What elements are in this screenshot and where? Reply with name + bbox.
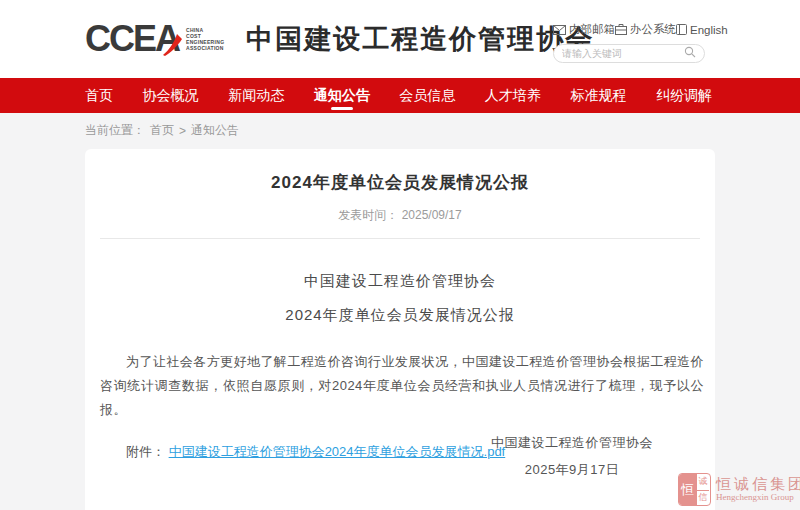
watermark-name-en: Hengchengxin Group	[716, 493, 800, 503]
ccea-acronym: CCEA	[85, 21, 179, 57]
office-icon	[615, 24, 627, 35]
attachment-label: 附件：	[126, 444, 165, 459]
search-input[interactable]	[562, 48, 684, 59]
breadcrumb-home-link[interactable]: 首页	[150, 122, 174, 139]
internal-mail-label: 内部邮箱	[569, 22, 615, 37]
main-nav: 首页 协会概况 新闻动态 通知公告 会员信息 人才培养 标准规程 纠纷调解	[0, 78, 800, 113]
office-system-link[interactable]: 办公系统	[615, 22, 676, 37]
search-icon	[684, 46, 696, 61]
nav-item-about[interactable]: 协会概况	[143, 78, 199, 113]
signature-date: 2025年9月17日	[491, 456, 653, 483]
search-button[interactable]	[684, 46, 696, 61]
article-body-org-line: 中国建设工程造价管理协会	[100, 272, 700, 291]
nav-item-dispute[interactable]: 纠纷调解	[656, 78, 712, 113]
english-link[interactable]: English	[676, 24, 728, 36]
seal-char-xin: 信	[696, 490, 709, 506]
nav-item-notices[interactable]: 通知公告	[314, 78, 370, 113]
article-paragraph: 为了让社会各方更好地了解工程造价咨询行业发展状况，中国建设工程造价管理协会根据工…	[100, 350, 704, 422]
watermark-text: 恒诚信集团 Hengchengxin Group	[716, 476, 800, 502]
publish-date-label: 发表时间：	[338, 208, 398, 222]
article-body-title-line: 2024年度单位会员发展情况公报	[100, 306, 700, 325]
header-utility-area: 内部邮箱 办公系统 English	[553, 22, 705, 63]
site-header: CCEA CHINA COST ENGINEERING ASSOCIATION …	[0, 0, 800, 78]
seal-char-heng: 恒	[679, 474, 696, 505]
seal-char-cheng: 诚	[696, 474, 709, 490]
breadcrumb-current-link[interactable]: 通知公告	[191, 122, 239, 139]
logo-red-swoosh-icon	[161, 32, 183, 56]
signature-org: 中国建设工程造价管理协会	[491, 429, 653, 456]
nav-item-members[interactable]: 会员信息	[399, 78, 455, 113]
article-title: 2024年度单位会员发展情况公报	[100, 149, 700, 194]
site-logo[interactable]: CCEA CHINA COST ENGINEERING ASSOCIATION …	[85, 21, 594, 57]
breadcrumb-separator: >	[179, 124, 186, 138]
office-system-label: 办公系统	[630, 22, 676, 37]
ccea-wordmark: CCEA CHINA COST ENGINEERING ASSOCIATION	[85, 21, 224, 57]
mail-icon	[553, 25, 566, 35]
hengchengxin-watermark: 恒 诚 信 恒诚信集团 Hengchengxin Group	[678, 473, 800, 506]
org-title: 中国建设工程造价管理协会	[246, 21, 594, 57]
logo-subtext: CHINA COST ENGINEERING ASSOCIATION	[186, 27, 224, 51]
nav-item-standards[interactable]: 标准规程	[570, 78, 626, 113]
book-icon	[676, 24, 687, 35]
breadcrumb: 当前位置： 首页 > 通知公告	[0, 113, 800, 147]
english-label: English	[690, 24, 728, 36]
watermark-name: 恒诚信集团	[716, 476, 800, 493]
article-signature: 中国建设工程造价管理协会 2025年9月17日	[491, 429, 653, 483]
internal-mail-link[interactable]: 内部邮箱	[553, 22, 615, 37]
hengchengxin-seal-icon: 恒 诚 信	[678, 473, 711, 506]
search-box	[553, 44, 705, 63]
publish-date-value: 2025/09/17	[402, 208, 462, 222]
article-card: 2024年度单位会员发展情况公报 发表时间： 2025/09/17 中国建设工程…	[85, 149, 715, 510]
breadcrumb-prefix: 当前位置：	[85, 122, 145, 139]
nav-item-training[interactable]: 人才培养	[485, 78, 541, 113]
attachment-pdf-link[interactable]: 中国建设工程造价管理协会2024年度单位会员发展情况.pdf	[169, 444, 506, 459]
nav-item-news[interactable]: 新闻动态	[228, 78, 284, 113]
nav-item-home[interactable]: 首页	[85, 78, 113, 113]
article-publish-date: 发表时间： 2025/09/17	[100, 207, 700, 224]
quick-links: 内部邮箱 办公系统 English	[553, 22, 705, 37]
title-divider	[100, 238, 700, 239]
